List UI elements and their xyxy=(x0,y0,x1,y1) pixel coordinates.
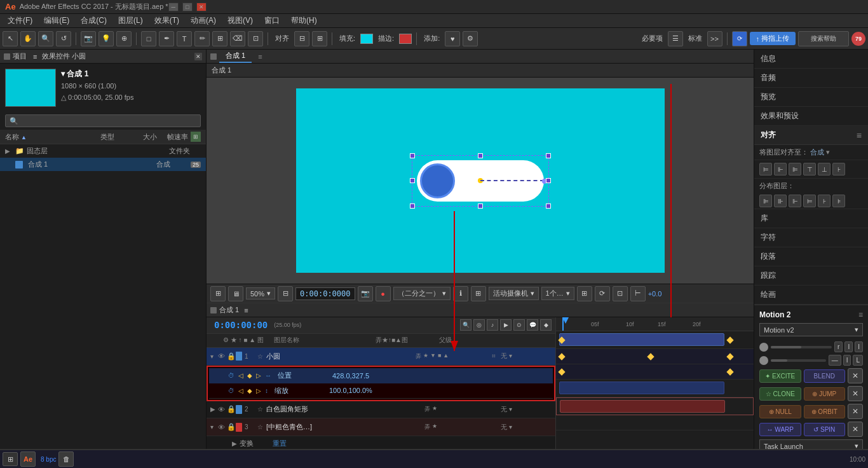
layer-row-1[interactable]: ▾ 👁 🔒 1 ☆ 小圆 弄 ★ ▼ ■ ▲ xyxy=(207,348,555,366)
text-tool[interactable]: T xyxy=(177,31,192,46)
layer2-lock[interactable]: 🔒 xyxy=(227,405,236,413)
list-options[interactable]: ⊞ xyxy=(191,132,201,142)
rect-tool[interactable]: □ xyxy=(141,31,156,46)
pos-kf-diamond[interactable]: ◆ xyxy=(247,372,252,379)
transform-expand[interactable]: ▶ xyxy=(232,440,240,447)
layer1-parent-arrow[interactable]: ▾ xyxy=(509,352,512,359)
scale-value[interactable]: 100.0,100.0% xyxy=(329,387,372,394)
view-mode-dropdown[interactable]: （二分之一） ▾ xyxy=(393,287,451,300)
align-to-arrow[interactable]: ▾ xyxy=(826,148,830,156)
pos-value[interactable]: 428.0,327.5 xyxy=(332,372,369,380)
layer2-expand[interactable]: ▶ xyxy=(210,406,218,413)
layer3-parent-arrow[interactable]: ▾ xyxy=(509,423,512,430)
layer3-visibility[interactable]: 👁 xyxy=(218,423,227,431)
pos-kf-prev[interactable]: ◁ xyxy=(238,372,243,379)
align-left-btn[interactable]: ⊨ xyxy=(759,163,772,176)
menu-help[interactable]: 帮助(H) xyxy=(286,14,322,27)
layer3-lock[interactable]: 🔒 xyxy=(227,423,236,431)
viewer-layout-btn[interactable]: ⊡ xyxy=(613,286,628,301)
camera-dropdown[interactable]: 活动摄像机 ▾ xyxy=(489,287,539,300)
dist-h3-btn[interactable]: ⊦ xyxy=(818,195,831,207)
project-menu[interactable]: ≡ xyxy=(33,53,37,60)
taskbar-ae-btn[interactable]: Ae xyxy=(20,451,36,467)
motion2-version-dropdown[interactable]: Motion v2 ▾ xyxy=(759,323,863,336)
pen-tool[interactable]: ✒ xyxy=(159,31,174,46)
folder-expand[interactable]: ▶ xyxy=(5,148,13,155)
comp-thumbnail[interactable] xyxy=(5,69,56,107)
rp-library[interactable]: 库 xyxy=(754,209,868,228)
menu-effects[interactable]: 效果(T) xyxy=(149,14,184,27)
blend-btn[interactable]: BLEND xyxy=(804,369,846,383)
minimize-btn[interactable]: ─ xyxy=(168,3,179,11)
layer1-lock[interactable]: 🔒 xyxy=(227,352,236,361)
file-row-comp[interactable]: ▶ 合成 1 合成 25 xyxy=(0,158,206,171)
align-horiz-btn[interactable]: ⊟ xyxy=(294,31,309,46)
lc-search[interactable]: 🔍 xyxy=(460,319,471,331)
layer-row-2[interactable]: ▶ 👁 🔒 2 ☆ 白色圆角矩形 弄★ 无 ▾ xyxy=(207,401,555,419)
camera-tool[interactable]: 📷 xyxy=(81,31,96,46)
anchor-tool[interactable]: ⊕ xyxy=(116,31,132,46)
menu-view[interactable]: 视图(V) xyxy=(222,14,258,27)
taskbar-trash[interactable]: 🗑 xyxy=(58,451,74,467)
dist-v-btn[interactable]: ⊪ xyxy=(774,195,787,207)
zoom-dropdown[interactable]: 50% ▾ xyxy=(246,287,275,299)
handle-bc[interactable] xyxy=(478,203,483,209)
dist-h-btn[interactable]: ⊫ xyxy=(759,195,772,207)
lc-comment[interactable]: 💬 xyxy=(527,319,538,331)
extra-m2-btn4[interactable]: ✕ xyxy=(848,422,863,437)
rp-preview[interactable]: 预览 xyxy=(754,88,868,107)
motion-dash[interactable]: — xyxy=(829,355,841,366)
rp-effects[interactable]: 效果和预设 xyxy=(754,107,868,126)
scale-kf-diamond[interactable]: ◆ xyxy=(247,387,252,394)
smooth-slider[interactable] xyxy=(771,346,832,348)
extra-m2-btn[interactable]: ✕ xyxy=(848,368,863,383)
menu-comp[interactable]: 合成(C) xyxy=(76,14,112,27)
lc-solo[interactable]: ◎ xyxy=(473,319,485,331)
taskbar-start[interactable]: ⊞ xyxy=(3,452,18,466)
rp-info[interactable]: 信息 xyxy=(754,50,868,69)
sync-btn[interactable]: ⟳ xyxy=(732,31,747,46)
panel-close[interactable]: ✕ xyxy=(194,53,202,60)
align-bottom-btn[interactable]: ⊦ xyxy=(832,163,845,176)
clone-btn[interactable]: ☆ CLONE xyxy=(759,387,801,401)
viewer-info-btn[interactable]: ℹ xyxy=(453,286,468,301)
rp-paint[interactable]: 绘画 xyxy=(754,286,868,305)
smooth-r[interactable]: r xyxy=(834,341,843,352)
layer3-expand[interactable]: ▾ xyxy=(210,423,218,430)
viewer-sync-btn[interactable]: ⟳ xyxy=(595,286,610,301)
kf-scale-start[interactable] xyxy=(558,368,565,375)
dist-h2-btn[interactable]: ⊩ xyxy=(789,195,801,207)
hand-tool[interactable]: ✋ xyxy=(20,31,36,46)
fill-color[interactable] xyxy=(360,34,373,44)
menu-edit[interactable]: 编辑(E) xyxy=(39,14,74,27)
align-to-value[interactable]: 合成 xyxy=(810,148,824,156)
spin-btn[interactable]: ↺ SPIN xyxy=(804,423,846,436)
required-menu[interactable]: ☰ xyxy=(668,31,683,46)
reset-label[interactable]: 重置 xyxy=(273,439,287,448)
user-avatar[interactable]: 79 xyxy=(851,32,865,46)
kf-pos-end[interactable] xyxy=(726,353,733,360)
menu-anim[interactable]: 动画(A) xyxy=(186,14,221,27)
playhead[interactable] xyxy=(562,317,564,331)
handle-bl[interactable] xyxy=(410,203,415,209)
stamp-tool[interactable]: ⊞ xyxy=(212,31,227,46)
motion2-menu[interactable]: ≡ xyxy=(858,310,863,319)
search-input[interactable] xyxy=(5,114,201,127)
align-center-h-btn[interactable]: ⊩ xyxy=(774,163,787,176)
handle-tc[interactable] xyxy=(478,153,483,158)
maximize-btn[interactable]: □ xyxy=(182,3,193,11)
layer2-visibility[interactable]: 👁 xyxy=(218,406,227,413)
viewer-display-btn[interactable]: 🖥 xyxy=(228,286,243,301)
menu-layer[interactable]: 图层(L) xyxy=(113,14,148,27)
viewer-tab-menu[interactable]: ≡ xyxy=(258,53,262,60)
timeline-menu[interactable]: ≡ xyxy=(244,306,248,314)
viewer-snap-btn[interactable]: ⊞ xyxy=(210,286,226,301)
orbit-btn[interactable]: ⊕ ORBIT xyxy=(804,405,846,418)
light-tool[interactable]: 💡 xyxy=(98,31,114,46)
rp-char[interactable]: 字符 xyxy=(754,228,868,247)
rp-audio[interactable]: 音频 xyxy=(754,69,868,88)
excite-btn[interactable]: ✦ EXCITE xyxy=(759,369,801,383)
zoom-tool[interactable]: 🔍 xyxy=(38,31,53,46)
pos-kf-next[interactable]: ▷ xyxy=(256,372,261,379)
smooth-i2[interactable]: I xyxy=(855,341,863,352)
